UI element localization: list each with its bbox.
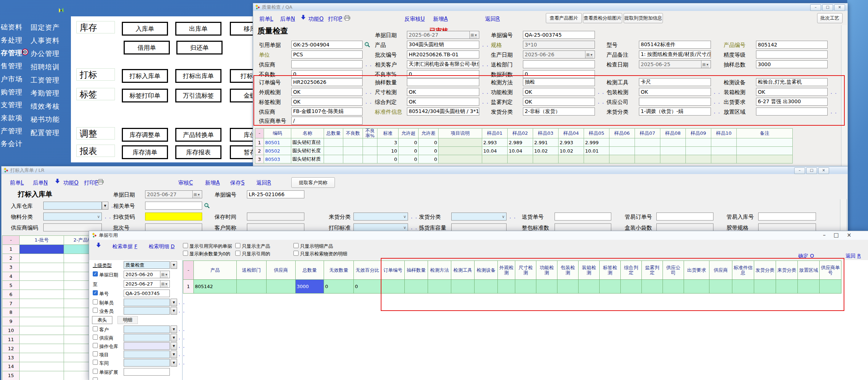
table-cell[interactable] [20, 290, 64, 299]
sidebar-item[interactable]: 础资料 [1, 23, 23, 32]
filter-input[interactable]: 2025-06-27⊞ ▾ [124, 280, 170, 288]
table-cell[interactable] [428, 280, 451, 294]
table-cell[interactable] [579, 280, 600, 294]
toolbar-action-link[interactable]: 返回R [256, 179, 271, 186]
qa-field-input[interactable] [756, 50, 828, 58]
sidebar-item[interactable]: 固定资产 [31, 23, 60, 32]
checkbox[interactable] [93, 343, 98, 348]
qa-field-input[interactable]: 2-非标（发货） [523, 108, 595, 116]
table-cell[interactable] [324, 147, 343, 155]
table-cell[interactable] [642, 280, 663, 294]
sidebar-item[interactable]: 考勤管理 [31, 89, 60, 98]
more-options-button[interactable]: . . [482, 62, 489, 67]
calendar-button[interactable]: ⊞ ▾ [469, 31, 477, 39]
table-cell[interactable]: 0 [354, 280, 381, 294]
toolbar-link[interactable]: 后单N [33, 179, 48, 186]
filter-input[interactable]: QA-25-003745 [124, 290, 170, 297]
table-cell[interactable] [711, 138, 737, 147]
table-cell[interactable] [686, 147, 711, 155]
table-cell[interactable] [663, 280, 684, 294]
table-cell[interactable] [20, 335, 64, 344]
table-cell[interactable] [20, 254, 64, 263]
table-cell[interactable] [20, 245, 64, 254]
header-button[interactable]: 提取到货附加信息 [624, 13, 663, 23]
table-cell[interactable] [363, 138, 377, 147]
printer-icon[interactable] [97, 179, 104, 185]
toolbar-link[interactable]: 功能O [308, 16, 324, 23]
qa-field-input[interactable]: OK [639, 88, 711, 96]
launcher-button[interactable]: 库存清单 [122, 145, 168, 159]
toolbar-action-link[interactable]: 新增A [433, 16, 448, 23]
qa-field-input[interactable] [756, 108, 828, 116]
more-options-button[interactable]: . . [714, 99, 720, 105]
calendar-button[interactable]: ⊞ ▾ [585, 51, 593, 58]
more-options-button[interactable]: . . [598, 89, 604, 95]
table-row[interactable]: 380503圆头销钉材质000 [255, 155, 793, 163]
qa-field-input[interactable]: 检验台,灯光,盐雾机 [756, 78, 828, 86]
checkbox[interactable] [93, 299, 98, 304]
qa-field-input[interactable]: 3*10 [523, 41, 595, 49]
table-cell[interactable] [635, 138, 660, 147]
qa-field-input[interactable] [639, 98, 711, 106]
table-cell[interactable] [776, 280, 798, 294]
qa-field-input[interactable] [407, 78, 479, 86]
filter-input[interactable] [124, 334, 170, 341]
table-row[interactable]: 1805142300000 [183, 280, 841, 294]
checkbox[interactable] [93, 308, 98, 313]
qa-field-input[interactable]: 2025-06-26⊞ ▾ [523, 50, 595, 58]
qa-field-input[interactable]: 2025-06-25⊞ ▾ [639, 60, 711, 68]
table-cell[interactable] [343, 155, 363, 163]
checkbox[interactable] [93, 335, 98, 340]
table-cell[interactable] [237, 280, 267, 294]
table-cell[interactable]: 10.04 [482, 147, 508, 155]
table-cell[interactable] [660, 147, 686, 155]
filter-input[interactable] [124, 359, 170, 367]
filter-input[interactable] [124, 351, 170, 358]
more-options-button[interactable]: . . [482, 89, 489, 95]
filter-input[interactable]: 质量检查 [124, 261, 170, 269]
table-cell[interactable] [686, 138, 711, 147]
checkbox[interactable] [93, 369, 98, 374]
qa-field-input[interactable]: OK [756, 88, 828, 96]
lr-field-input[interactable] [145, 213, 202, 221]
lr-field-input[interactable] [43, 202, 102, 210]
table-cell[interactable]: 0 [324, 280, 354, 294]
dropdown-chevron-icon[interactable]: ∨ [97, 214, 100, 219]
table-cell[interactable]: 2.991 [533, 138, 559, 147]
qa-field-input[interactable]: 6-27 晋强 出3000 [756, 98, 828, 106]
table-cell[interactable] [600, 280, 621, 294]
table-cell[interactable] [559, 155, 584, 163]
checkbox[interactable] [93, 351, 98, 356]
qa-field-input[interactable]: 2025-06-27⊞ ▾ [407, 31, 479, 39]
header-button[interactable]: 查看产品图片 [546, 13, 582, 23]
lr-field-input[interactable] [758, 213, 816, 221]
launcher-button[interactable]: 入库单 [122, 22, 168, 36]
toolbar-link[interactable]: 前单L [10, 179, 24, 186]
sidebar-item[interactable]: 招聘培训 [31, 62, 60, 72]
dropdown-button[interactable]: ▼ [171, 351, 177, 358]
table-cell[interactable] [515, 280, 536, 294]
lr-field-input[interactable] [656, 213, 713, 221]
lr-field-input[interactable]: ∨ [43, 213, 102, 221]
table-cell[interactable] [20, 326, 64, 335]
table-cell[interactable] [20, 353, 64, 362]
calendar-button[interactable]: ⊞ ▾ [701, 61, 709, 68]
qa-field-input[interactable]: HR20250626.TB-01 [407, 50, 479, 58]
qa-field-input[interactable]: 805142标准件 [639, 41, 711, 49]
table-cell[interactable] [684, 280, 709, 294]
table-cell[interactable]: 10.04 [508, 147, 533, 155]
table-cell[interactable] [498, 280, 515, 294]
table-cell[interactable] [20, 299, 64, 308]
table-cell[interactable]: 10 [377, 147, 399, 155]
table-cell[interactable]: 10.02 [533, 147, 559, 155]
magnifier-icon[interactable] [364, 42, 370, 48]
table-cell[interactable] [798, 280, 820, 294]
qa-field-input[interactable]: 805142 [756, 41, 828, 49]
launcher-button[interactable]: 打标出库单 [175, 69, 221, 83]
printer-icon[interactable] [344, 15, 350, 21]
table-cell[interactable]: 圆头销钉长度 [291, 147, 324, 155]
table-cell[interactable] [324, 155, 343, 163]
checkbox[interactable] [93, 326, 98, 331]
table-cell[interactable] [557, 280, 579, 294]
table-cell[interactable] [20, 308, 64, 317]
